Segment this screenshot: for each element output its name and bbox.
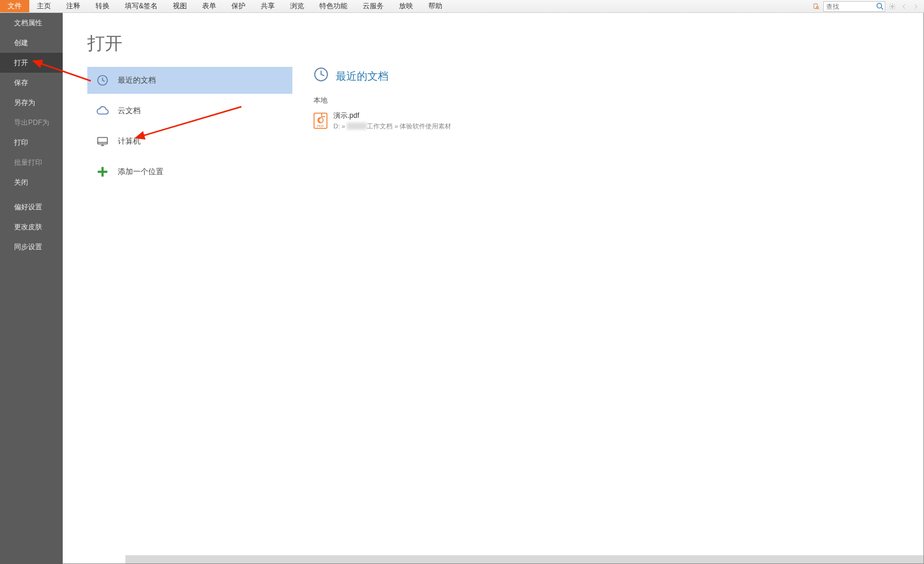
menu-tab-view[interactable]: 视图 bbox=[165, 0, 195, 12]
menu-tab-cloud[interactable]: 云服务 bbox=[355, 0, 391, 12]
sidebar-item-save[interactable]: 保存 bbox=[0, 73, 63, 93]
recent-documents-header: 最近的文档 bbox=[313, 67, 912, 85]
location-add-place[interactable]: 添加一个位置 bbox=[87, 158, 292, 185]
location-label: 云文档 bbox=[118, 106, 141, 116]
settings-gear-icon[interactable] bbox=[888, 2, 897, 11]
document-info: 演示.pdf D: » xxxx工作文档 » 体验软件使用素材 bbox=[333, 111, 451, 131]
nav-next-icon[interactable] bbox=[911, 2, 920, 11]
recent-document-row[interactable]: PDF 演示.pdf D: » xxxx工作文档 » 体验软件使用素材 bbox=[313, 109, 912, 132]
sidebar-item-create[interactable]: 创建 bbox=[0, 33, 63, 53]
menu-tab-fillsign[interactable]: 填写&签名 bbox=[117, 0, 165, 12]
computer-icon bbox=[96, 134, 110, 148]
location-label: 最近的文档 bbox=[118, 75, 156, 86]
page-title: 打开 bbox=[87, 32, 122, 56]
cloud-icon bbox=[96, 104, 110, 118]
document-path: D: » xxxx工作文档 » 体验软件使用素材 bbox=[333, 122, 451, 131]
nav-prev-icon[interactable] bbox=[899, 2, 909, 11]
svg-rect-12 bbox=[98, 171, 108, 173]
sidebar-item-preferences[interactable]: 偏好设置 bbox=[0, 197, 63, 217]
svg-point-5 bbox=[892, 5, 894, 7]
find-page-icon[interactable] bbox=[812, 2, 821, 11]
clock-icon bbox=[96, 73, 110, 87]
document-name: 演示.pdf bbox=[333, 111, 451, 121]
menu-tab-protect[interactable]: 保护 bbox=[224, 0, 253, 12]
section-title: 最近的文档 bbox=[336, 69, 388, 83]
menu-tab-slideshow[interactable]: 放映 bbox=[391, 0, 421, 12]
location-label: 计算机 bbox=[118, 136, 141, 147]
menu-tab-form[interactable]: 表单 bbox=[195, 0, 224, 12]
svg-line-2 bbox=[819, 8, 820, 9]
search-box[interactable] bbox=[823, 1, 885, 12]
location-computer[interactable]: 计算机 bbox=[87, 128, 292, 155]
plus-icon bbox=[96, 165, 110, 179]
clock-icon bbox=[313, 67, 329, 85]
svg-rect-7 bbox=[98, 138, 108, 144]
sidebar-item-saveas[interactable]: 另存为 bbox=[0, 93, 63, 113]
recent-documents-panel: 最近的文档 本地 PDF 演示.pdf D: » xxxx工作文档 » 体验软件… bbox=[313, 67, 912, 132]
sidebar-item-doc-properties[interactable]: 文档属性 bbox=[0, 13, 63, 33]
menu-tab-file[interactable]: 文件 bbox=[0, 0, 29, 12]
location-label: 添加一个位置 bbox=[118, 167, 163, 177]
menu-tab-convert[interactable]: 转换 bbox=[88, 0, 117, 12]
menu-tab-features[interactable]: 特色功能 bbox=[312, 0, 355, 12]
search-input[interactable] bbox=[824, 3, 875, 10]
menubar: 文件 主页 注释 转换 填写&签名 视图 表单 保护 共享 浏览 特色功能 云服… bbox=[0, 0, 924, 13]
svg-line-4 bbox=[881, 8, 883, 9]
sidebar-item-print[interactable]: 打印 bbox=[0, 132, 63, 152]
pdf-file-icon: PDF bbox=[313, 113, 328, 129]
svg-point-3 bbox=[877, 3, 882, 8]
sidebar-item-batch-print[interactable]: 批量打印 bbox=[0, 152, 63, 172]
sidebar-item-close[interactable]: 关闭 bbox=[0, 172, 63, 192]
menu-tab-home[interactable]: 主页 bbox=[29, 0, 59, 12]
local-group-label: 本地 bbox=[313, 96, 912, 106]
menu-tab-browse[interactable]: 浏览 bbox=[282, 0, 312, 12]
sidebar-item-sync-settings[interactable]: 同步设置 bbox=[0, 237, 63, 257]
sidebar-item-open[interactable]: 打开 bbox=[0, 53, 63, 73]
sidebar-item-export-pdf[interactable]: 导出PDF为 bbox=[0, 113, 63, 132]
menubar-right-controls bbox=[812, 0, 924, 12]
sidebar-item-change-skin[interactable]: 更改皮肤 bbox=[0, 217, 63, 237]
menu-tab-share[interactable]: 共享 bbox=[253, 0, 282, 12]
file-sidebar: 文档属性 创建 打开 保存 另存为 导出PDF为 打印 批量打印 关闭 偏好设置… bbox=[0, 13, 63, 564]
location-recent[interactable]: 最近的文档 bbox=[87, 67, 292, 94]
menu-tab-help[interactable]: 帮助 bbox=[421, 0, 450, 12]
svg-rect-0 bbox=[814, 4, 817, 8]
menu-tab-comment[interactable]: 注释 bbox=[59, 0, 88, 12]
status-bar bbox=[125, 555, 923, 563]
search-icon[interactable] bbox=[875, 2, 885, 11]
svg-text:PDF: PDF bbox=[317, 124, 324, 128]
main-panel: 打开 最近的文档 云文档 计算机 添加一个位置 bbox=[63, 13, 924, 564]
location-cloud[interactable]: 云文档 bbox=[87, 97, 292, 124]
open-locations: 最近的文档 云文档 计算机 添加一个位置 bbox=[87, 67, 292, 189]
